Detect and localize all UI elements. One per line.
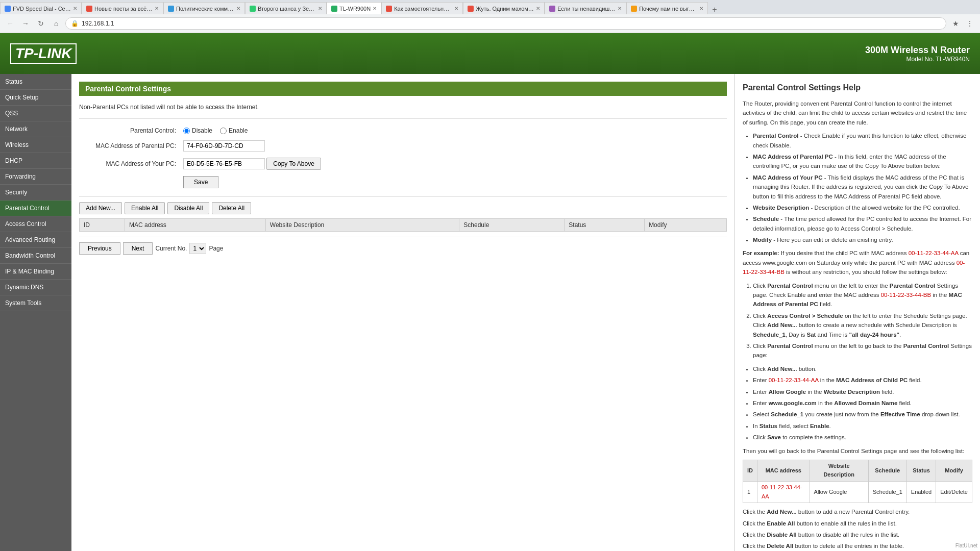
col-website: Website Description — [265, 219, 459, 232]
sidebar-item-parental-control[interactable]: Parental Control — [0, 201, 71, 216]
pagination: Previous Next Current No. 1 Page — [79, 242, 727, 255]
sub-step-4: Enter www.google.com in the Allowed Doma… — [753, 398, 972, 408]
current-no-label: Current No. — [155, 245, 187, 252]
example-table-row: 1 00-11-22-33-44-AA Allow Google Schedul… — [743, 482, 972, 503]
browser-toolbar: ← → ↻ ⌂ 🔒 192.168.1.1 ★ ⋮ — [0, 14, 980, 33]
router-info: 300M Wireless N Router Model No. TL-WR94… — [865, 45, 970, 63]
help-fields-list: Parental Control - Check Enable if you w… — [753, 131, 972, 244]
sub-step-7: Click Save to complete the settings. — [753, 433, 972, 442]
steps-list: Click Parental Control menu on the left … — [753, 281, 972, 360]
browser-chrome: FVD Speed Dial - Серви...✕Новые посты за… — [0, 0, 980, 33]
sidebar-item-system-tools[interactable]: System Tools — [0, 295, 71, 311]
col-mac: MAC address — [125, 219, 266, 232]
previous-button[interactable]: Previous — [79, 242, 120, 255]
ex-row-status: Enabled — [906, 482, 936, 503]
sub-step-3: Enter Allow Google in the Website Descri… — [753, 387, 972, 396]
disable-radio[interactable] — [183, 128, 190, 134]
help-intro: The Router, providing convenient Parenta… — [743, 99, 972, 127]
browser-tab-5[interactable]: TL-WR900N✕ — [327, 2, 381, 14]
sidebar-item-forwarding[interactable]: Forwarding — [0, 169, 71, 185]
home-button[interactable]: ⌂ — [50, 17, 62, 30]
lock-icon: 🔒 — [71, 20, 79, 27]
sidebar-item-advanced-routing[interactable]: Advanced Routing — [0, 232, 71, 248]
sidebar-item-access-control[interactable]: Access Control — [0, 216, 71, 232]
sidebar-item-qss[interactable]: QSS — [0, 106, 71, 121]
step-3: Click Parental Control menu on the left … — [753, 341, 972, 360]
browser-tab-9[interactable]: Почему нам не выгод...✕ — [626, 2, 708, 14]
table-actions: Add New... Enable All Disable All Delete… — [79, 202, 727, 214]
parental-control-table: ID MAC address Website Description Sched… — [79, 218, 727, 232]
help-field-item: Website Description - Description of the… — [753, 203, 972, 212]
sidebar-item-bandwidth-control[interactable]: Bandwidth Control — [0, 248, 71, 264]
next-button[interactable]: Next — [123, 242, 153, 255]
reload-button[interactable]: ↻ — [35, 17, 47, 30]
ex-row-mac: 00-11-22-33-44-AA — [757, 482, 810, 503]
footer-note-3: Click the Disable All button to disable … — [743, 530, 972, 539]
copy-to-above-button[interactable]: Copy To Above — [266, 158, 321, 170]
sidebar-item-status[interactable]: Status — [0, 74, 71, 90]
example-table: ID MAC address Website Description Sched… — [743, 460, 972, 503]
pagination-info: Current No. 1 Page — [155, 243, 223, 254]
content-wrapper: StatusQuick SetupQSSNetworkWirelessDHCPF… — [0, 74, 980, 551]
ex-col-website: Website Description — [810, 460, 868, 481]
save-button[interactable]: Save — [183, 176, 218, 188]
add-new-button[interactable]: Add New... — [79, 202, 122, 214]
bookmark-button[interactable]: ★ — [949, 17, 962, 30]
browser-tab-7[interactable]: Жуть. Одним махом ...✕ — [463, 2, 545, 14]
ex-col-schedule: Schedule — [868, 460, 906, 481]
sidebar-item-ip-mac-binding[interactable]: IP & MAC Binding — [0, 264, 71, 280]
page-select[interactable]: 1 — [189, 243, 206, 254]
enable-label: Enable — [229, 127, 248, 134]
browser-tab-1[interactable]: FVD Speed Dial - Серви...✕ — [0, 2, 82, 14]
mac-parental-input[interactable] — [183, 140, 265, 152]
form-note: Non-Parental PCs not listed will not be … — [79, 104, 727, 111]
browser-tab-8[interactable]: Если ты ненавидишь ...✕ — [545, 2, 626, 14]
back-button[interactable]: ← — [4, 17, 16, 30]
delete-all-button[interactable]: Delete All — [212, 202, 251, 214]
sub-step-2: Enter 00-11-22-33-44-AA in the MAC Addre… — [753, 375, 972, 385]
col-modify: Modify — [645, 219, 727, 232]
enable-all-button[interactable]: Enable All — [125, 202, 165, 214]
parental-control-radio-group: Disable Enable — [183, 127, 725, 134]
address-text: 192.168.1.1 — [82, 20, 114, 27]
sidebar-item-quick-setup[interactable]: Quick Setup — [0, 90, 71, 106]
address-bar[interactable]: 🔒 192.168.1.1 — [65, 17, 946, 30]
sidebar-item-dynamic-dns[interactable]: Dynamic DNS — [0, 280, 71, 295]
browser-tab-4[interactable]: Второго шанса у Зеле...✕ — [245, 2, 327, 14]
after-text: Then you will go back to the Parental Co… — [743, 446, 972, 456]
browser-tab-6[interactable]: Как самостоятельно н...✕ — [381, 2, 463, 14]
sidebar-item-security[interactable]: Security — [0, 185, 71, 201]
sidebar-item-dhcp[interactable]: DHCP — [0, 153, 71, 169]
forward-button[interactable]: → — [19, 17, 32, 30]
disable-label: Disable — [192, 127, 212, 134]
router-header: TP-LINK 300M Wireless N Router Model No.… — [0, 33, 980, 74]
help-content: The Router, providing convenient Parenta… — [743, 99, 972, 551]
step-2: Click Access Control > Schedule on the l… — [753, 311, 972, 339]
main-content: Parental Control Settings Non-Parental P… — [71, 74, 980, 551]
step-1: Click Parental Control menu on the left … — [753, 281, 972, 309]
disable-radio-label[interactable]: Disable — [183, 127, 212, 134]
enable-radio-label[interactable]: Enable — [220, 127, 248, 134]
ex-row-modify: Edit/Delete — [936, 482, 972, 503]
ex-row-website: Allow Google — [810, 482, 868, 503]
footer-note-2: Click the Enable All button to enable al… — [743, 519, 972, 528]
help-field-item: Parental Control - Check Enable if you w… — [753, 131, 972, 150]
sub-step-1: Click Add New... button. — [753, 364, 972, 373]
footer-note-1: Click the Add New... button to add a new… — [743, 507, 972, 516]
help-field-item: MAC Address of Parental PC - In this fie… — [753, 152, 972, 171]
menu-button[interactable]: ⋮ — [964, 17, 976, 30]
example-intro: For example: If you desire that the chil… — [743, 248, 972, 277]
browser-tab-3[interactable]: Политические коммен...✕ — [163, 2, 245, 14]
browser-tab-2[interactable]: Новые посты за всё вр...✕ — [82, 2, 163, 14]
watermark: FlatUI.net — [955, 543, 977, 548]
help-panel: Parental Control Settings Help The Route… — [735, 74, 980, 551]
mac-your-input[interactable] — [183, 158, 265, 169]
sidebar-item-network[interactable]: Network — [0, 121, 71, 137]
sidebar-item-wireless[interactable]: Wireless — [0, 137, 71, 153]
new-tab-button[interactable]: + — [708, 5, 721, 14]
footer-notes: Click the Add New... button to add a new… — [743, 507, 972, 551]
help-field-item: Modify - Here you can edit or delete an … — [753, 235, 972, 244]
disable-all-button[interactable]: Disable All — [167, 202, 209, 214]
help-field-item: MAC Address of Your PC - This field disp… — [753, 173, 972, 201]
enable-radio[interactable] — [220, 128, 227, 134]
